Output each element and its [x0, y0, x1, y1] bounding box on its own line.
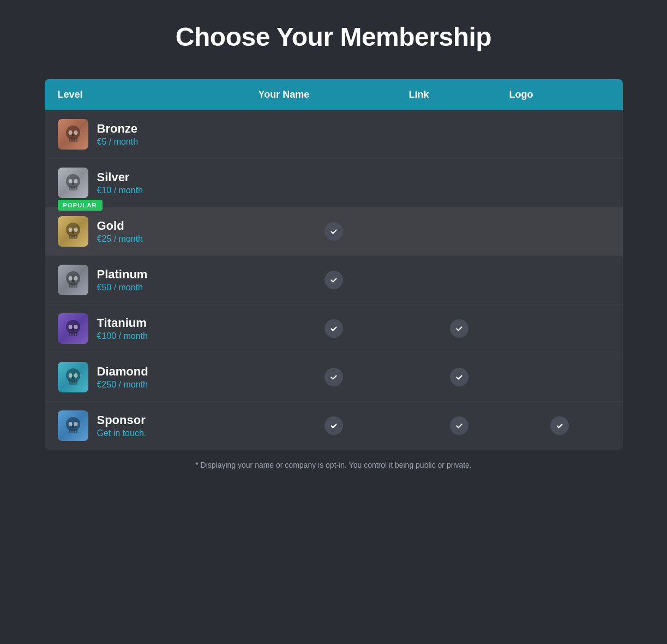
tier-info-bronze: Bronze €5 / month — [58, 119, 259, 150]
svg-point-3 — [74, 130, 77, 135]
tier-name-silver: Silver — [97, 170, 143, 184]
header-your-name: Your Name — [259, 89, 409, 100]
tier-name-sponsor: Sponsor — [97, 413, 147, 427]
header-level: Level — [58, 89, 259, 100]
svg-point-11 — [74, 179, 77, 183]
tier-icon-platinum — [58, 265, 88, 295]
tier-row-silver[interactable]: Silver €10 / month — [45, 159, 623, 207]
svg-point-48 — [72, 377, 74, 379]
tier-icon-gold — [58, 216, 88, 247]
tier-icon-titanium — [58, 313, 88, 344]
svg-point-20 — [72, 231, 74, 234]
svg-point-63 — [454, 420, 465, 431]
tier-name-gold: Gold — [97, 219, 143, 233]
svg-point-27 — [68, 276, 72, 281]
check-icon — [325, 271, 343, 289]
tier-price-diamond: €250 / month — [97, 380, 148, 390]
check-icon — [325, 416, 343, 435]
check-name-diamond — [259, 368, 409, 386]
tier-name-platinum: Platinum — [97, 267, 148, 282]
svg-point-19 — [74, 228, 77, 232]
svg-point-42 — [328, 323, 339, 334]
svg-point-57 — [74, 422, 77, 426]
membership-table: Level Your Name Link Logo Bronze €5 / mo… — [45, 79, 623, 450]
check-icon — [550, 416, 569, 435]
check-icon — [325, 368, 343, 386]
tier-name-titanium: Titanium — [97, 316, 148, 330]
tier-text-silver: Silver €10 / month — [97, 170, 143, 195]
tier-icon-sponsor — [58, 410, 88, 441]
check-icon — [450, 319, 468, 338]
tier-price-sponsor: Get in touch. — [97, 428, 147, 438]
svg-point-10 — [68, 179, 72, 183]
tier-text-gold: Gold €25 / month — [97, 219, 143, 244]
table-header: Level Your Name Link Logo — [45, 79, 623, 110]
check-logo-sponsor — [509, 416, 610, 435]
svg-point-53 — [454, 372, 465, 383]
tier-text-sponsor: Sponsor Get in touch. — [97, 413, 147, 438]
check-link-diamond — [409, 368, 509, 386]
tier-info-platinum: Platinum €50 / month — [58, 265, 259, 295]
tier-price-bronze: €5 / month — [97, 137, 139, 147]
tier-name-bronze: Bronze — [97, 122, 139, 136]
svg-point-52 — [328, 372, 339, 383]
svg-point-56 — [68, 422, 72, 426]
check-name-titanium — [259, 319, 409, 338]
tier-row-bronze[interactable]: Bronze €5 / month — [45, 110, 623, 159]
tier-icon-silver — [58, 168, 88, 198]
svg-point-12 — [72, 183, 74, 185]
tier-name-diamond: Diamond — [97, 365, 148, 379]
svg-point-29 — [72, 280, 74, 282]
check-name-gold — [259, 222, 409, 241]
tier-price-platinum: €50 / month — [97, 283, 148, 293]
svg-point-64 — [554, 420, 565, 431]
check-icon — [325, 222, 343, 241]
svg-point-18 — [68, 228, 72, 232]
tier-row-sponsor[interactable]: Sponsor Get in touch. — [45, 402, 623, 450]
check-name-platinum — [259, 271, 409, 289]
check-icon — [450, 368, 468, 386]
tier-info-sponsor: Sponsor Get in touch. — [58, 410, 259, 441]
check-link-titanium — [409, 319, 509, 338]
popular-badge: POPULAR — [58, 200, 103, 211]
page-title: Choose Your Membership — [176, 22, 491, 52]
header-link: Link — [409, 89, 509, 100]
tier-row-diamond[interactable]: Diamond €250 / month — [45, 353, 623, 402]
tier-info-silver: Silver €10 / month — [58, 168, 259, 198]
svg-point-24 — [328, 226, 339, 237]
tier-info-gold: Gold €25 / month — [58, 216, 259, 247]
svg-point-46 — [68, 373, 72, 378]
check-name-sponsor — [259, 416, 409, 435]
tier-info-titanium: Titanium €100 / month — [58, 313, 259, 344]
check-link-sponsor — [409, 416, 509, 435]
tier-icon-diamond — [58, 362, 88, 392]
tier-price-silver: €10 / month — [97, 186, 143, 195]
tier-text-bronze: Bronze €5 / month — [97, 122, 139, 147]
svg-point-62 — [328, 420, 339, 431]
tier-text-titanium: Titanium €100 / month — [97, 316, 148, 341]
tier-row-platinum[interactable]: Platinum €50 / month — [45, 256, 623, 305]
tier-price-gold: €25 / month — [97, 234, 143, 244]
svg-point-33 — [328, 275, 339, 285]
tier-icon-bronze — [58, 119, 88, 150]
svg-point-28 — [74, 276, 77, 281]
check-icon — [325, 319, 343, 338]
svg-point-47 — [74, 373, 77, 378]
svg-point-37 — [74, 325, 77, 329]
tier-info-diamond: Diamond €250 / month — [58, 362, 259, 392]
tier-row-titanium[interactable]: Titanium €100 / month — [45, 305, 623, 353]
header-logo: Logo — [509, 89, 610, 100]
footnote: * Displaying your name or company is opt… — [45, 461, 623, 469]
check-icon — [450, 416, 468, 435]
tier-price-titanium: €100 / month — [97, 331, 148, 341]
svg-point-36 — [68, 325, 72, 329]
svg-point-2 — [68, 130, 72, 135]
svg-point-58 — [72, 426, 74, 428]
tier-rows-container: Bronze €5 / month Silver €10 / mo — [45, 110, 623, 450]
svg-point-43 — [454, 323, 465, 334]
svg-point-4 — [72, 134, 74, 136]
tier-row-gold[interactable]: POPULAR Gold €25 / month — [45, 207, 623, 256]
tier-text-diamond: Diamond €250 / month — [97, 365, 148, 390]
tier-text-platinum: Platinum €50 / month — [97, 267, 148, 293]
svg-point-38 — [72, 329, 74, 331]
